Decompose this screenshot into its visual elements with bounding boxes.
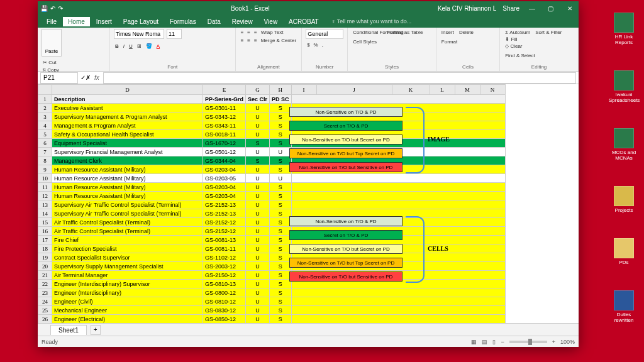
font-name-input[interactable] [114, 29, 164, 39]
sort-filter-button[interactable]: Sort & Filter [534, 29, 553, 36]
view-layout-icon[interactable]: ▤ [482, 339, 487, 345]
underline-button[interactable]: U [128, 43, 134, 50]
user-name: Kela CIV Rhiannon L [438, 5, 496, 12]
table-row[interactable]: 24Engineer (Civil)GS-0810-12US [38, 297, 506, 306]
tab-data[interactable]: Data [203, 17, 226, 26]
insert-cells-button[interactable]: Insert [440, 29, 455, 36]
ribbon: Paste ✂ Cut ⎘ Copy ✎ Format Painter Clip… [38, 28, 579, 72]
view-normal-icon[interactable]: ▦ [471, 339, 477, 345]
format-cells-button[interactable]: Format [440, 38, 458, 45]
tab-pagelayout[interactable]: Page Layout [118, 17, 164, 26]
tab-formulas[interactable]: Formulas [165, 17, 201, 26]
find-select-button[interactable]: Find & Select [504, 52, 523, 59]
maximize-button[interactable]: ▢ [545, 5, 557, 12]
col-header[interactable]: D [52, 85, 203, 95]
undo-icon[interactable]: ↶ [50, 5, 55, 12]
tab-review[interactable]: Review [227, 17, 258, 26]
conditional-formatting-button[interactable]: Conditional Formatting [352, 29, 383, 36]
delete-cells-button[interactable]: Delete [458, 29, 475, 36]
menu-bar: File Home Insert Page Layout Formulas Da… [38, 15, 579, 28]
italic-button[interactable]: I [122, 43, 126, 50]
close-button[interactable]: ✕ [564, 5, 576, 12]
border-button[interactable]: ⊞ [136, 43, 143, 50]
font-size-input[interactable] [167, 29, 182, 39]
clear-button[interactable]: ◇ Clear [504, 43, 531, 50]
save-icon[interactable]: 💾 [40, 5, 48, 12]
minimize-button[interactable]: — [526, 5, 538, 12]
excel-window: 💾↶↷ Book1 - Excel Kela CIV Rhiannon L Sh… [38, 1, 579, 347]
merge-center-button[interactable]: Merge & Center [260, 37, 297, 44]
number-format-input[interactable] [306, 29, 343, 39]
legend-item: Non-Sensitive on T/O but Sensitive on PD [289, 272, 402, 282]
col-header[interactable]: L [430, 85, 455, 95]
col-header[interactable]: H [270, 85, 292, 95]
table-row[interactable]: 26Engineer (Electrical)GS-0850-12US [38, 315, 506, 324]
fill-color-button[interactable]: 🪣 [145, 43, 153, 50]
col-header[interactable]: K [392, 85, 430, 95]
status-ready: Ready [42, 339, 58, 345]
legend-item: Non-Sensitive on T/O but Top Secret on P… [289, 258, 402, 268]
zoom-level: 100% [560, 339, 575, 345]
bold-button[interactable]: B [114, 43, 120, 50]
tab-file[interactable]: File [42, 17, 62, 26]
legend-item: Non-Sensitive on T/O & PD [289, 107, 402, 117]
font-color-button[interactable]: A [155, 43, 161, 50]
legend-item: Non-Sensitive on T/O but Sensitive on PD [289, 162, 402, 172]
share-button[interactable]: Share [502, 5, 519, 12]
tell-me-input[interactable]: ♀ Tell me what you want to do... [331, 18, 412, 25]
zoom-slider[interactable] [509, 341, 547, 343]
tab-insert[interactable]: Insert [91, 17, 117, 26]
col-header[interactable]: E [203, 85, 246, 95]
table-row[interactable]: 13Supervisory Air Traffic Control Specia… [38, 200, 506, 209]
legend-cells: Non-Sensitive on T/O & PDSecret on T/O &… [289, 216, 478, 285]
view-break-icon[interactable]: ▯ [492, 339, 496, 345]
desktop-icon[interactable]: Iwakuni Spreadsheets [609, 70, 639, 103]
formula-bar[interactable] [103, 72, 576, 84]
col-header[interactable]: I [291, 85, 316, 95]
fill-button[interactable]: ⬇ Fill [504, 36, 531, 43]
legend-item: Secret on T/O & PD [289, 121, 402, 131]
desktop-icon[interactable]: MCOs and MCNAs [609, 128, 639, 161]
redo-icon[interactable]: ↷ [58, 5, 63, 12]
table-row[interactable]: 25Mechanical EngineerGS-0830-12US [38, 306, 506, 315]
tab-home[interactable]: Home [63, 17, 90, 26]
spreadsheet-grid[interactable]: DEGHIJKLMN1DescriptionPP-Series-GrdSec C… [38, 84, 579, 323]
window-title: Book1 - Excel [231, 5, 270, 12]
cut-button[interactable]: ✂ Cut [42, 59, 83, 66]
desktop-icon[interactable]: PDs [609, 238, 639, 265]
col-header[interactable]: J [316, 85, 392, 95]
name-box[interactable] [40, 72, 78, 84]
legend-image: Non-Sensitive on T/O & PDSecret on T/O &… [289, 107, 478, 176]
new-sheet-button[interactable]: + [91, 325, 101, 335]
table-row[interactable]: 12Human Resource Assistant (Military)GS-… [38, 192, 506, 200]
tab-view[interactable]: View [259, 17, 283, 26]
table-row[interactable]: 11Human Resource Assistant (Military)GS-… [38, 183, 506, 192]
paste-button[interactable]: Paste [42, 29, 62, 57]
cell-styles-button[interactable]: Cell Styles [352, 38, 370, 45]
tab-acrobat[interactable]: ACROBAT [284, 17, 324, 26]
desktop-icon[interactable]: HR Link Reports [609, 13, 639, 45]
legend-item: Non-Sensitive on T/O but Top Secret on P… [289, 148, 402, 158]
format-as-table-button[interactable]: Format as Table [386, 29, 411, 36]
col-header[interactable]: N [480, 85, 505, 95]
sheet-tab[interactable]: Sheet1 [50, 325, 87, 335]
fx-icon[interactable]: fx [94, 74, 99, 81]
wrap-text-button[interactable]: Wrap Text [260, 29, 285, 36]
autosum-button[interactable]: Σ AutoSum [504, 29, 531, 36]
desktop-icon[interactable]: Duties rewritten [609, 290, 639, 323]
legend-item: Secret on T/O & PD [289, 230, 402, 240]
legend-item: Non-Sensitive on T/O but Secret on PD [289, 134, 402, 145]
col-header[interactable]: G [246, 85, 270, 95]
legend-item: Non-Sensitive on T/O but Secret on PD [289, 244, 402, 254]
table-row[interactable]: 23Engineer (Interdisciplinary)GS-0800-12… [38, 288, 506, 297]
legend-item: Non-Sensitive on T/O & PD [289, 216, 402, 226]
col-header[interactable]: M [455, 85, 480, 95]
desktop-icon[interactable]: Projects [609, 186, 639, 213]
title-bar: 💾↶↷ Book1 - Excel Kela CIV Rhiannon L Sh… [38, 1, 579, 15]
